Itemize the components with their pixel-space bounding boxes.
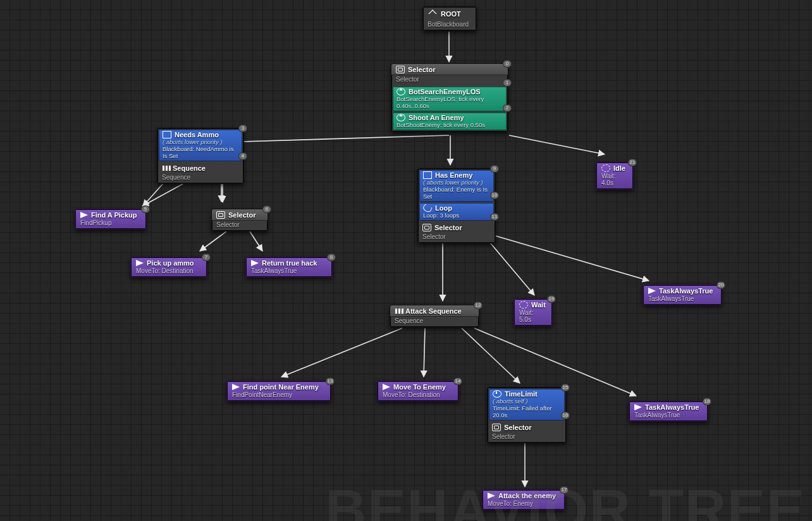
- wait-task[interactable]: 19 Wait Wait: 5.0s: [514, 298, 553, 326]
- task-icon: [383, 384, 390, 390]
- task-title: Find A Pickup: [91, 211, 137, 219]
- attack-sequence-node[interactable]: 12 Attack Sequence Sequence: [390, 305, 479, 328]
- index-badge: 10: [490, 192, 499, 199]
- pick-up-ammo-task[interactable]: 7 Pick up ammo MoveTo: Destination: [130, 257, 207, 278]
- task-title: TaskAlwaysTrue: [659, 287, 713, 295]
- node-title: Selector: [434, 224, 462, 231]
- task-sub: Wait: 5.0s: [514, 309, 552, 326]
- find-pickup-task[interactable]: 5 Find A Pickup FindPickup: [75, 209, 147, 230]
- task-icon: [136, 260, 144, 266]
- index-badge: 8: [327, 254, 336, 261]
- sequence-icon: [162, 166, 169, 171]
- root-sub: BotBlackboard: [423, 20, 476, 30]
- index-badge: 4: [238, 152, 247, 160]
- index-badge: 11: [490, 213, 499, 221]
- selector-root[interactable]: 0 Selector Selector 1 BotSearchEnemyLOS …: [391, 63, 508, 132]
- index-badge: 18: [703, 398, 711, 405]
- task-sub: FindPickup: [75, 219, 146, 229]
- sequence-icon: [395, 309, 402, 314]
- index-badge: 17: [560, 486, 569, 494]
- root-node[interactable]: ROOT BotBlackboard: [422, 6, 477, 31]
- selector-icon: [396, 66, 405, 73]
- node-sub: Sequence: [390, 317, 479, 327]
- decorator-sub: Blackboard: Enemy is Is Set: [423, 186, 490, 200]
- task-title: Find point Near Enemy: [243, 383, 319, 391]
- node-sub: Selector: [418, 233, 495, 243]
- task-always-true-1[interactable]: 20 TaskAlwaysTrue TaskAlwaysTrue: [643, 285, 722, 305]
- service-icon: [397, 88, 405, 95]
- decorator-sub: TimeLimit: Failed after 20.0s: [493, 405, 561, 419]
- index-badge: 6: [262, 205, 271, 213]
- task-sub: Wait: 4.0s: [596, 173, 633, 189]
- node-title: Attack Sequence: [405, 307, 462, 315]
- return-true-hack-task[interactable]: 8 Return true hack TaskAlwaysTrue: [245, 257, 333, 278]
- index-badge: 7: [202, 254, 211, 261]
- service-sub: BotSearchEnemyLOS: tick every 0.40s..0.6…: [397, 95, 503, 109]
- index-badge: 0: [503, 60, 512, 68]
- task-sub: MoveTo: Destination: [378, 391, 458, 401]
- index-badge: 19: [547, 295, 556, 303]
- task-icon: [80, 212, 88, 218]
- selector-ammo[interactable]: 6 Selector Selector: [211, 209, 268, 231]
- decorator-needs-ammo[interactable]: Needs Ammo ( aborts lower priority ) Bla…: [159, 130, 242, 161]
- attack-the-enemy-task[interactable]: 17 Attack the enemy MoveTo: Enemy: [482, 489, 565, 510]
- task-title: Attack the enemy: [498, 492, 556, 500]
- root-icon: [428, 9, 437, 18]
- index-badge: 15: [561, 384, 570, 391]
- index-badge: 9: [490, 165, 499, 173]
- decorator-time-limit[interactable]: TimeLimit ( aborts self ) TimeLimit: Fai…: [489, 389, 565, 420]
- decorator-sub: Loop: 3 loops: [423, 212, 490, 219]
- idle-task[interactable]: 21 Idle Wait: 4.0s: [596, 162, 634, 190]
- decorator-loop[interactable]: Loop Loop: 3 loops: [419, 203, 494, 221]
- index-badge: 20: [717, 281, 725, 289]
- time-limit-node[interactable]: 15 TimeLimit ( aborts self ) TimeLimit: …: [487, 387, 567, 443]
- decorator-has-enemy[interactable]: Has Enemy ( aborts lower priority ) Blac…: [419, 170, 494, 202]
- node-title: Selector: [408, 66, 435, 73]
- task-icon: [648, 288, 656, 294]
- service-sub: BotShootEnemy: tick every 0.50s: [397, 121, 503, 128]
- find-point-near-enemy-task[interactable]: 13 Find point Near Enemy FindPointNearEn…: [226, 381, 331, 401]
- task-sub: MoveTo: Enemy: [483, 500, 565, 510]
- node-sub: Selector: [488, 432, 566, 443]
- wait-icon: [519, 301, 528, 309]
- decorator-title: Has Enemy: [435, 171, 472, 179]
- task-icon: [251, 260, 259, 266]
- node-title: Selector: [504, 424, 531, 431]
- task-sub: TaskAlwaysTrue: [629, 412, 708, 421]
- selector-icon: [422, 224, 431, 231]
- root-title: ROOT: [441, 10, 461, 18]
- task-title: Return true hack: [262, 259, 317, 267]
- move-to-enemy-task[interactable]: 14 Move To Enemy MoveTo: Destination: [377, 381, 459, 401]
- index-badge: 21: [628, 159, 637, 166]
- index-badge: 5: [141, 205, 150, 213]
- task-sub: FindPointNearEnemy: [227, 391, 331, 401]
- node-title: Sequence: [173, 164, 206, 172]
- decorator-title: TimeLimit: [505, 390, 538, 398]
- task-sub: TaskAlwaysTrue: [246, 267, 332, 277]
- task-always-true-2[interactable]: 18 TaskAlwaysTrue TaskAlwaysTrue: [629, 401, 708, 422]
- index-badge: 16: [561, 412, 570, 419]
- selector-icon: [216, 211, 225, 219]
- node-sub: Selector: [391, 75, 508, 85]
- decorator-abort: ( aborts lower priority ): [423, 179, 490, 186]
- decorator-sub: Blackboard: NeedAmmo is Is Set: [163, 145, 238, 159]
- blackboard-icon: [163, 131, 171, 138]
- index-badge: 3: [238, 125, 247, 132]
- index-badge: 14: [453, 377, 462, 385]
- needs-ammo-node[interactable]: 3 Needs Ammo ( aborts lower priority ) B…: [157, 128, 244, 184]
- index-badge: 12: [474, 302, 483, 309]
- task-icon: [232, 384, 240, 390]
- task-sub: TaskAlwaysTrue: [643, 295, 722, 305]
- wait-icon: [601, 164, 610, 172]
- service-search-los[interactable]: BotSearchEnemyLOS BotSearchEnemyLOS: tic…: [393, 87, 507, 111]
- selector-icon: [492, 424, 501, 431]
- index-badge: 13: [326, 377, 335, 385]
- decorator-title: Loop: [435, 204, 452, 212]
- service-shoot-enemy[interactable]: Shoot An Enemy BotShootEnemy: tick every…: [393, 113, 507, 130]
- index-badge: 1: [503, 79, 512, 87]
- task-title: TaskAlwaysTrue: [645, 403, 699, 411]
- service-title: Shoot An Enemy: [409, 114, 464, 121]
- has-enemy-node[interactable]: 9 Has Enemy ( aborts lower priority ) Bl…: [417, 168, 496, 243]
- node-sub: Sequence: [157, 173, 243, 183]
- node-title: Selector: [228, 211, 255, 219]
